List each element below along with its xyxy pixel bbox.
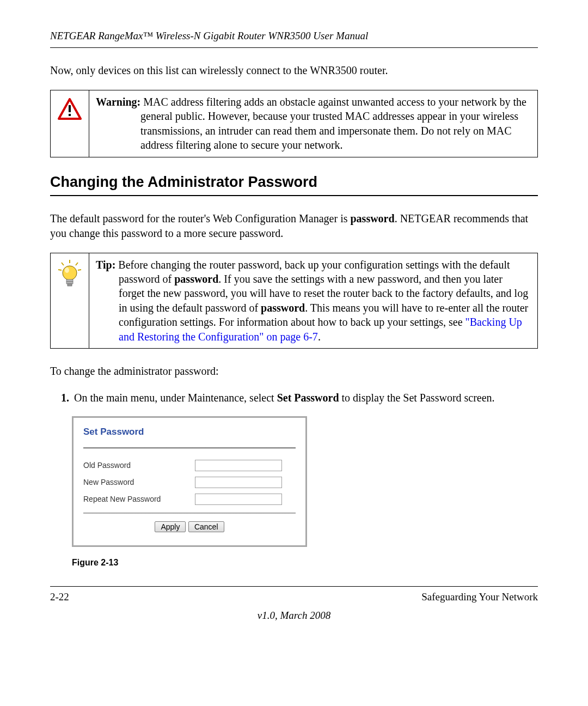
lead-in-text: To change the administrator password: xyxy=(50,364,538,379)
intro-paragraph: Now, only devices on this list can wirel… xyxy=(50,63,538,78)
running-head: NETGEAR RangeMax™ Wireless-N Gigabit Rou… xyxy=(50,30,538,48)
tip-icon xyxy=(51,253,89,348)
text-bold: password xyxy=(350,212,394,224)
divider xyxy=(83,447,296,449)
section-intro-paragraph: The default password for the router's We… xyxy=(50,211,538,241)
step-bold: Set Password xyxy=(277,392,339,404)
svg-rect-1 xyxy=(69,105,71,112)
footer-version: v1.0, March 2008 xyxy=(50,610,538,622)
tip-text: . xyxy=(318,331,321,343)
warning-callout: Warning: MAC address filtering adds an o… xyxy=(50,90,538,157)
svg-rect-11 xyxy=(66,282,73,284)
warning-text: MAC address filtering adds an obstacle a… xyxy=(140,96,526,151)
new-password-field[interactable] xyxy=(195,477,282,488)
footer-row: 2-22 Safeguarding Your Network xyxy=(50,591,538,603)
svg-line-6 xyxy=(58,270,62,270)
new-password-row: New Password xyxy=(83,477,296,488)
footer-rule xyxy=(50,586,538,587)
old-password-label: Old Password xyxy=(83,461,195,470)
set-password-panel: Set Password Old Password New Password R… xyxy=(72,416,307,547)
apply-button[interactable]: Apply xyxy=(155,521,186,532)
tip-label: Tip: xyxy=(96,259,115,271)
warning-label: Warning: xyxy=(96,96,140,108)
tip-bold: password xyxy=(261,302,305,314)
figure-caption: Figure 2-13 xyxy=(72,558,538,568)
svg-rect-12 xyxy=(68,284,72,286)
tip-bold: password xyxy=(174,273,218,285)
footer-section: Safeguarding Your Network xyxy=(421,591,538,603)
repeat-password-field[interactable] xyxy=(195,494,282,505)
page-number: 2-22 xyxy=(50,591,69,603)
repeat-password-row: Repeat New Password xyxy=(83,494,296,505)
old-password-row: Old Password xyxy=(83,460,296,471)
svg-line-7 xyxy=(78,270,81,270)
warning-icon xyxy=(51,90,89,157)
svg-point-8 xyxy=(63,266,77,280)
steps-list: On the main menu, under Maintenance, sel… xyxy=(50,391,538,405)
step-text: On the main menu, under Maintenance, sel… xyxy=(74,392,277,404)
svg-rect-10 xyxy=(66,279,73,282)
text-span: The default password for the router's We… xyxy=(50,212,350,224)
old-password-field[interactable] xyxy=(195,460,282,471)
divider xyxy=(83,513,296,514)
svg-line-4 xyxy=(62,263,64,265)
svg-line-5 xyxy=(76,263,78,265)
section-heading: Changing the Administrator Password xyxy=(50,174,538,196)
page: NETGEAR RangeMax™ Wireless-N Gigabit Rou… xyxy=(0,0,588,706)
panel-title: Set Password xyxy=(83,427,296,437)
step-item
: On the main menu, under Maintenance, sel… xyxy=(72,391,538,405)
step-text: to display the Set Password screen. xyxy=(339,392,495,404)
cancel-button[interactable]: Cancel xyxy=(188,521,224,532)
repeat-password-label: Repeat New Password xyxy=(83,495,195,503)
svg-point-9 xyxy=(65,267,69,273)
tip-callout: Tip: Before changing the router password… xyxy=(50,253,538,349)
new-password-label: New Password xyxy=(83,478,195,486)
svg-rect-2 xyxy=(69,114,71,116)
